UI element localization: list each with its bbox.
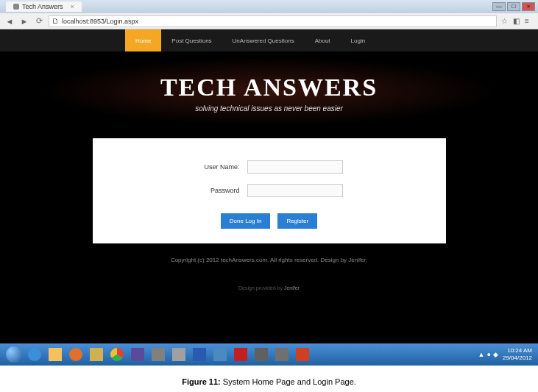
browser-toolbar: ◄ ► ⟳ 🗋 localhost:8953/Login.aspx ☆ ◧ ≡ [0,13,538,29]
tray-date: 29/04/2012 [503,354,532,362]
username-label: User Name: [196,163,240,171]
nav-home[interactable]: Home [125,29,161,51]
taskbar-app4[interactable] [210,346,230,363]
taskbar-app6[interactable] [272,346,291,363]
maximize-button[interactable]: □ [507,2,520,11]
close-button[interactable]: × [522,2,535,11]
address-bar[interactable]: 🗋 localhost:8953/Login.aspx [49,15,497,27]
page-content: Home Post Questions UnAnswered Questions… [0,29,538,353]
footer-design: Design provided by Jenifer [0,285,538,291]
nav-login[interactable]: Login [341,29,376,51]
footer-design-prefix: Design provided by [238,285,284,291]
taskbar-media[interactable] [66,346,85,363]
register-button[interactable]: Register [277,213,317,229]
main-navbar: Home Post Questions UnAnswered Questions… [0,29,538,51]
password-input[interactable] [247,184,343,197]
taskbar-app3[interactable] [169,346,188,363]
taskbar-app5[interactable] [252,346,271,363]
minimize-button[interactable]: — [492,2,506,11]
nav-post-questions[interactable]: Post Questions [161,29,222,51]
browser-titlebar: Tech Answers × — □ × [0,0,538,13]
caption-label: Figure 11: [182,377,221,386]
username-row: User Name: [93,160,446,174]
button-row: Done Log In Register [93,213,446,229]
hero-subtitle: solving technical issues as never been e… [0,104,538,113]
login-card: User Name: Password Done Log In Register [93,138,446,243]
taskbar-folder[interactable] [87,346,106,363]
taskbar-chrome[interactable] [107,346,127,363]
figure-caption: Figure 11: System Home Page and Login Pa… [0,377,538,386]
window-controls: — □ × [492,2,538,11]
system-tray: ▲ ● ◆ 10:24 AM 29/04/2012 [478,347,535,361]
taskbar-powerpoint[interactable] [293,346,312,363]
tray-icons[interactable]: ▲ ● ◆ [478,351,498,358]
tray-status-icon[interactable]: ● [487,351,491,358]
back-button[interactable]: ◄ [4,16,15,26]
extension-icon[interactable]: ◧ [513,17,522,26]
taskbar-items [25,346,312,363]
taskbar-app2[interactable] [149,346,168,363]
caption-text: System Home Page and Login Page. [221,377,356,386]
username-input[interactable] [247,160,343,174]
taskbar-explorer[interactable] [46,346,65,363]
taskbar-ie[interactable] [25,346,44,363]
nav-unanswered[interactable]: UnAnswered Questions [222,29,305,51]
password-label: Password [196,187,240,194]
reload-button[interactable]: ⟳ [34,16,44,26]
taskbar-adobe[interactable] [231,346,250,363]
url-text: localhost:8953/Login.aspx [62,18,138,25]
tray-up-icon[interactable]: ▲ [478,351,485,358]
forward-button[interactable]: ► [19,16,29,26]
tray-time: 10:24 AM [503,347,532,354]
windows-taskbar: ▲ ● ◆ 10:24 AM 29/04/2012 [0,343,538,366]
bookmark-icon[interactable]: ☆ [501,17,510,26]
footer-design-link[interactable]: Jenifer [284,285,300,291]
tab-close-icon[interactable]: × [71,3,74,10]
tray-clock[interactable]: 10:24 AM 29/04/2012 [503,347,535,361]
hero-title: TECH ANSWERS [0,74,538,101]
taskbar-word[interactable] [190,346,209,363]
tab-title: Tech Answers [22,3,63,10]
page-icon: 🗋 [52,18,59,25]
nav-about[interactable]: About [305,29,341,51]
password-row: Password [93,184,446,197]
taskbar-app1[interactable] [128,346,147,363]
tab-favicon-icon [13,4,19,10]
start-button[interactable] [3,345,25,364]
toolbar-right: ☆ ◧ ≡ [501,17,534,26]
login-button[interactable]: Done Log In [221,213,271,229]
hero-section: TECH ANSWERS solving technical issues as… [0,51,538,131]
start-orb-icon [6,346,22,363]
footer-copyright: Copyright (c) 2012 techAnswers.com. All … [0,257,538,263]
tray-notif-icon[interactable]: ◆ [493,351,498,358]
menu-icon[interactable]: ≡ [525,17,534,26]
browser-tab[interactable]: Tech Answers × [6,1,82,12]
